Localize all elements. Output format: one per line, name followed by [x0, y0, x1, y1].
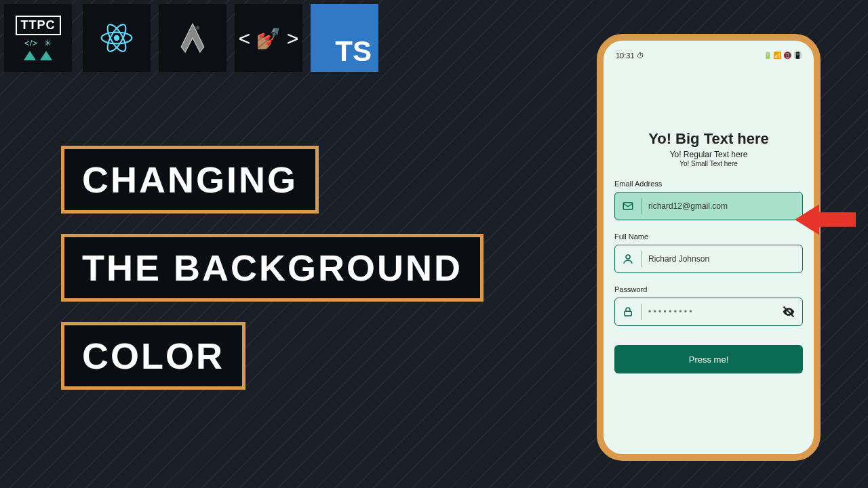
- logo-triangles: [24, 51, 52, 60]
- title-line-3: COLOR: [61, 322, 245, 390]
- submit-label: Press me!: [689, 354, 729, 365]
- svg-marker-9: [795, 205, 856, 235]
- email-label: Email Address: [614, 180, 803, 188]
- svg-rect-7: [625, 311, 632, 316]
- lock-icon: [622, 306, 634, 318]
- submit-button[interactable]: Press me!: [614, 345, 803, 373]
- title-stack: CHANGING THE BACKGROUND COLOR: [61, 146, 484, 390]
- logo-subicons: </>✳: [24, 38, 52, 48]
- tech-stack-row: < 💅🏽 > TS: [83, 4, 378, 72]
- phone-mockup: 10:31 ⏱ 🔋 📶 📵 📳 Yo! Big Text here Yo! Re…: [597, 34, 821, 461]
- email-icon: [622, 200, 634, 212]
- svg-point-0: [114, 35, 119, 41]
- channel-logo: TTPC </>✳: [4, 4, 72, 72]
- svg-point-6: [626, 255, 630, 259]
- password-label: Password: [614, 285, 803, 293]
- react-icon: [83, 4, 151, 72]
- red-arrow-annotation: [795, 199, 856, 240]
- email-value: richard12@gmail.com: [648, 201, 795, 211]
- expo-icon: [159, 4, 226, 72]
- password-field[interactable]: • • • • • • • • •: [614, 298, 803, 326]
- svg-point-4: [195, 26, 199, 30]
- visibility-off-icon[interactable]: [782, 305, 795, 319]
- heading-big: Yo! Big Text here: [614, 130, 803, 148]
- status-bar: 10:31 ⏱ 🔋 📶 📵 📳: [604, 49, 814, 62]
- title-line-2: THE BACKGROUND: [61, 234, 484, 302]
- nail-polish-icon: < 💅🏽 >: [235, 4, 302, 72]
- logo-text: TTPC: [16, 16, 61, 35]
- typescript-icon: TS: [311, 4, 378, 72]
- email-field[interactable]: richard12@gmail.com: [614, 192, 803, 220]
- status-time: 10:31 ⏱: [616, 52, 644, 60]
- password-value: • • • • • • • • •: [648, 307, 775, 317]
- person-icon: [622, 253, 634, 265]
- title-line-1: CHANGING: [61, 146, 319, 214]
- name-value: Richard Johnson: [648, 254, 795, 264]
- ts-label: TS: [335, 35, 372, 68]
- heading-regular: Yo! Regular Text here: [614, 150, 803, 159]
- name-field[interactable]: Richard Johnson: [614, 245, 803, 273]
- heading-small: Yo! Small Text here: [614, 160, 803, 167]
- name-label: Full Name: [614, 232, 803, 241]
- status-icons: 🔋 📶 📵 📳: [764, 52, 802, 60]
